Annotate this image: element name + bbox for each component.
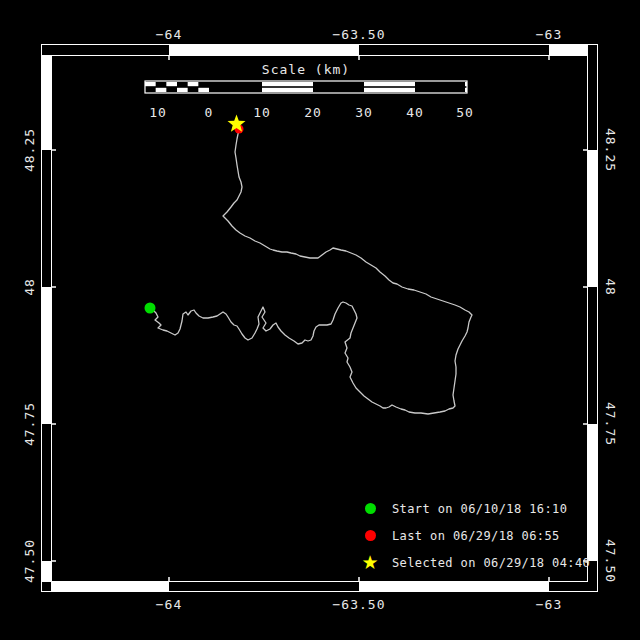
- y-axis-label-right: 47.75: [602, 384, 618, 464]
- y-axis-label-left: 48: [22, 247, 38, 327]
- scale-bar-cell: [156, 88, 167, 92]
- scale-bar-label: 50: [445, 105, 485, 120]
- scale-bar-cell: [198, 88, 209, 92]
- legend-row-selected: Selected on 06/29/18 04:40: [358, 549, 590, 576]
- x-axis-label-top: −63: [509, 27, 589, 43]
- scale-bar-title: Scale (km): [226, 62, 386, 77]
- start-marker-icon: [365, 503, 376, 514]
- scale-bar-cell: [177, 88, 188, 92]
- y-axis-label-left: 48.25: [22, 110, 38, 190]
- x-axis-label-bottom: −64: [129, 597, 209, 613]
- frame-zebra-right: [588, 287, 598, 424]
- frame-zebra-top: [169, 44, 359, 55]
- frame-zebra-bottom: [549, 582, 588, 592]
- frame-zebra-top: [549, 44, 588, 55]
- selected-marker-star-icon: [361, 553, 378, 572]
- frame-zebra-left: [41, 424, 51, 561]
- scale-bar-label: 20: [293, 105, 333, 120]
- frame-zebra-top: [359, 44, 549, 55]
- frame-zebra-left: [41, 150, 51, 287]
- scale-bar-label: 40: [395, 105, 435, 120]
- frame-zebra-bottom: [169, 582, 359, 592]
- scale-bar-block: [465, 88, 467, 92]
- frame-zebra-left: [41, 55, 51, 150]
- x-axis-label-bottom: −63: [509, 597, 589, 613]
- track-path: [152, 130, 472, 414]
- legend-row-last: Last on 06/29/18 06:55: [358, 522, 590, 549]
- y-axis-label-right: 48.25: [602, 110, 618, 190]
- y-axis-label-left: 47.50: [22, 521, 38, 601]
- scale-bar-block: [262, 88, 313, 92]
- legend-label-start: Start on 06/10/18 16:10: [392, 502, 567, 516]
- frame-zebra-right: [588, 150, 598, 287]
- last-marker-icon: [365, 530, 376, 541]
- scale-bar-label: 30: [344, 105, 384, 120]
- legend-label-selected: Selected on 06/29/18 04:40: [392, 556, 590, 570]
- frame-zebra-right: [588, 55, 598, 150]
- frame-zebra-left: [41, 561, 51, 582]
- legend: Start on 06/10/18 16:10 Last on 06/29/18…: [358, 495, 590, 576]
- x-axis-label-top: −63.50: [319, 27, 399, 43]
- frame-zebra-left: [41, 287, 51, 424]
- scale-bar-block: [465, 82, 467, 86]
- scale-bar-label: 0: [189, 105, 229, 120]
- y-axis-label-right: 48: [602, 247, 618, 327]
- scale-bar-cell: [145, 82, 156, 86]
- scale-bar-cell: [166, 82, 177, 86]
- scale-bar-block: [364, 88, 415, 92]
- legend-label-last: Last on 06/29/18 06:55: [392, 529, 560, 543]
- scale-bar-block: [262, 82, 313, 86]
- track-map-view: −64−64−63.50−63.50−63−6348.2548.25484847…: [0, 0, 640, 640]
- x-axis-label-bottom: −63.50: [319, 597, 399, 613]
- scale-bar-label: 10: [242, 105, 282, 120]
- start-point-marker: [145, 303, 156, 314]
- y-axis-label-right: 47.50: [602, 521, 618, 601]
- scale-bar-cell: [188, 82, 199, 86]
- scale-bar-block: [364, 82, 415, 86]
- frame-zebra-top: [51, 44, 169, 55]
- x-axis-label-top: −64: [129, 27, 209, 43]
- legend-row-start: Start on 06/10/18 16:10: [358, 495, 590, 522]
- frame-zebra-bottom: [359, 582, 549, 592]
- scale-bar-label: 10: [138, 105, 178, 120]
- y-axis-label-left: 47.75: [22, 384, 38, 464]
- frame-zebra-bottom: [51, 582, 169, 592]
